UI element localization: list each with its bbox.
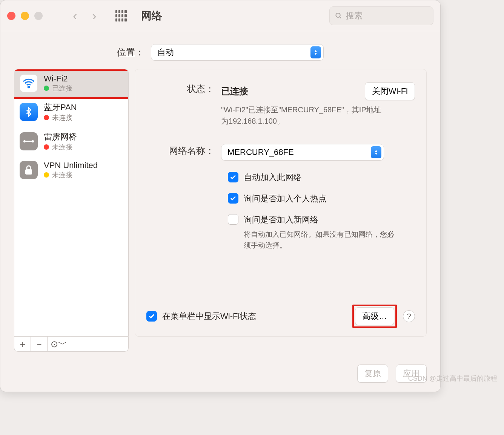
location-label: 位置： xyxy=(117,46,144,58)
status-row: 状态： 已连接 关闭Wi-Fi "Wi-Fi2"已连接至"MERCURY_68F… xyxy=(146,82,415,127)
checkbox-label: 询问是否加入个人热点 xyxy=(244,193,327,204)
status-dot xyxy=(44,115,49,120)
sidebar-item-thunderbolt[interactable]: 雷雳网桥 未连接 xyxy=(14,127,128,156)
location-row: 位置： 自动 ▲▼ xyxy=(0,31,440,69)
svg-point-0 xyxy=(336,13,340,17)
autojoin-checkbox-row[interactable]: 自动加入此网络 xyxy=(228,172,415,183)
network-name-value: MERCURY_68FE xyxy=(227,147,294,157)
toggle-wifi-button[interactable]: 关闭Wi-Fi xyxy=(365,82,415,100)
network-preferences-window: ‹ › 网络 位置： 自动 ▲▼ xyxy=(0,0,441,392)
location-value: 自动 xyxy=(157,47,174,58)
content: Wi-Fi2 已连接 蓝牙PAN 未连接 xyxy=(0,69,440,337)
advanced-button[interactable]: 高级… xyxy=(355,307,394,325)
network-name-row: 网络名称： MERCURY_68FE ▲▼ xyxy=(146,144,415,161)
sidebar-item-label: 蓝牙PAN xyxy=(44,102,77,113)
ask-new-checkbox-row[interactable]: 询问是否加入新网络 将自动加入已知网络。如果没有已知网络，您必须手动选择。 xyxy=(228,214,415,251)
checkbox-label: 在菜单栏中显示Wi-Fi状态 xyxy=(162,311,256,322)
menubar-checkbox-row[interactable]: 在菜单栏中显示Wi-Fi状态 xyxy=(146,311,256,322)
zoom-button[interactable] xyxy=(34,12,43,20)
svg-rect-6 xyxy=(25,169,32,175)
minimize-button[interactable] xyxy=(21,12,29,20)
main-footer: 在菜单栏中显示Wi-Fi状态 高级… ? xyxy=(146,305,415,328)
status-dot xyxy=(44,144,49,150)
checkbox-icon xyxy=(228,214,238,225)
ask-hotspot-checkbox-row[interactable]: 询问是否加入个人热点 xyxy=(228,193,415,204)
checkbox-desc: 将自动加入已知网络。如果没有已知网络，您必须手动选择。 xyxy=(244,229,395,251)
interface-actions-button[interactable]: ⊙﹀ xyxy=(48,337,70,351)
add-interface-button[interactable]: ＋ xyxy=(14,337,31,351)
watermark: CSDN @走过高中最后的旅程 xyxy=(408,374,497,383)
status-value: 已连接 xyxy=(221,85,248,97)
network-name-select[interactable]: MERCURY_68FE ▲▼ xyxy=(221,144,384,161)
sidebar-item-wifi[interactable]: Wi-Fi2 已连接 xyxy=(14,69,128,97)
svg-rect-5 xyxy=(25,141,32,142)
sidebar-item-vpn[interactable]: VPN Unlimited 未连接 xyxy=(14,156,128,184)
sidebar-item-label: VPN Unlimited xyxy=(44,161,98,170)
remove-interface-button[interactable]: － xyxy=(31,337,48,351)
sidebar-item-bluetooth[interactable]: 蓝牙PAN 未连接 xyxy=(14,97,128,127)
interface-sidebar: Wi-Fi2 已连接 蓝牙PAN 未连接 xyxy=(14,69,129,337)
forward-button[interactable]: › xyxy=(92,8,96,23)
close-button[interactable] xyxy=(7,12,15,20)
location-select[interactable]: 自动 ▲▼ xyxy=(151,44,324,61)
chevron-updown-icon: ▲▼ xyxy=(310,46,321,58)
highlight-box: 高级… xyxy=(352,305,397,328)
wifi-icon xyxy=(20,74,38,92)
nav-buttons: ‹ › xyxy=(73,8,97,23)
status-label: 状态： xyxy=(146,82,221,95)
status-desc: "Wi-Fi2"已连接至"MERCURY_68FE"，其IP地址为192.168… xyxy=(221,104,387,127)
main-panel: 状态： 已连接 关闭Wi-Fi "Wi-Fi2"已连接至"MERCURY_68F… xyxy=(135,69,427,337)
titlebar: ‹ › 网络 xyxy=(0,0,440,31)
traffic-lights xyxy=(7,12,43,20)
lock-icon xyxy=(20,161,38,179)
network-name-label: 网络名称： xyxy=(146,144,221,157)
all-prefs-icon[interactable] xyxy=(115,10,127,21)
checkbox-icon xyxy=(228,172,238,182)
checkboxes: 自动加入此网络 询问是否加入个人热点 询问是否加入新网络 将自动加入已知网络。如… xyxy=(228,172,415,251)
search-input[interactable] xyxy=(346,11,428,21)
checkbox-icon xyxy=(228,193,238,204)
window-title: 网络 xyxy=(141,9,162,23)
checkbox-label: 自动加入此网络 xyxy=(244,172,302,183)
bluetooth-icon xyxy=(20,103,38,121)
svg-line-1 xyxy=(340,17,341,18)
status-dot xyxy=(44,172,49,178)
sidebar-item-label: Wi-Fi2 xyxy=(44,74,72,84)
chevron-updown-icon: ▲▼ xyxy=(371,146,381,158)
search-icon xyxy=(335,12,342,20)
thunderbolt-bridge-icon xyxy=(20,132,38,150)
status-dot xyxy=(44,86,49,91)
checkbox-icon xyxy=(146,311,157,322)
sidebar-footer: ＋ － ⊙﹀ xyxy=(14,337,129,352)
checkbox-label: 询问是否加入新网络 xyxy=(244,215,318,224)
help-button[interactable]: ? xyxy=(403,310,415,322)
search-field-wrap[interactable] xyxy=(329,6,433,25)
sidebar-item-label: 雷雳网桥 xyxy=(44,131,77,142)
back-button[interactable]: ‹ xyxy=(73,8,77,23)
svg-point-2 xyxy=(28,86,29,87)
revert-button[interactable]: 复原 xyxy=(357,365,388,383)
